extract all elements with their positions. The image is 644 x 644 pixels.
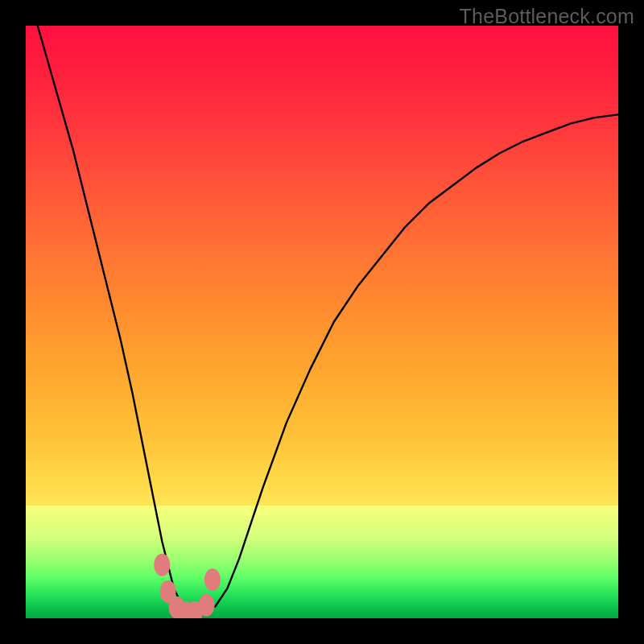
marker-point: [198, 594, 214, 617]
bottleneck-curve: [26, 26, 618, 613]
curve-layer: [26, 26, 618, 618]
marker-point: [154, 554, 170, 576]
chart-frame: TheBottleneck.com: [0, 0, 644, 644]
marker-point: [204, 568, 221, 591]
highlight-markers: [154, 554, 221, 618]
plot-area: [26, 26, 618, 618]
watermark-text: TheBottleneck.com: [460, 5, 634, 28]
